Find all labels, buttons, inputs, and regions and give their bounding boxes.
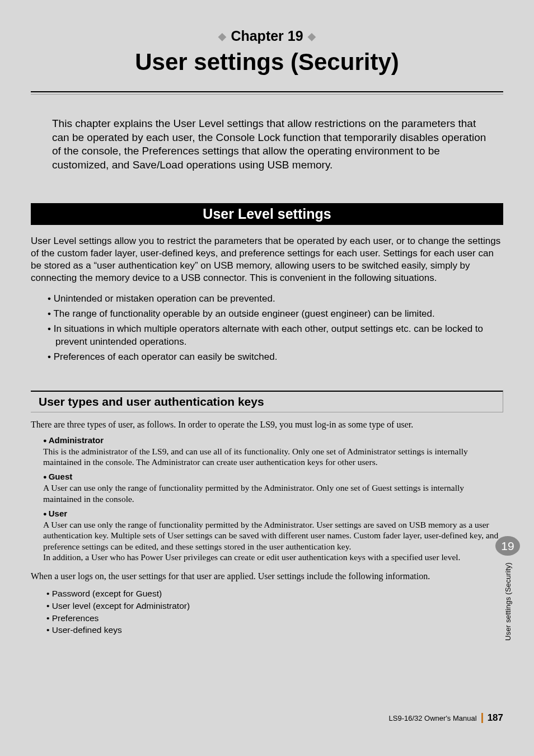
footer-separator bbox=[481, 713, 483, 723]
list-item: Password (except for Guest) bbox=[46, 588, 503, 600]
user-type-name: Administrator bbox=[43, 435, 503, 445]
list-item: The range of functionality operable by a… bbox=[48, 308, 503, 321]
chapter-label-row: ◆ Chapter 19 ◆ bbox=[218, 28, 315, 44]
page-number: 187 bbox=[488, 712, 503, 724]
chapter-header: ◆ Chapter 19 ◆ User settings (Security) bbox=[31, 28, 503, 76]
section-intro: User Level settings allow you to restric… bbox=[31, 235, 503, 284]
tab-number: 19 bbox=[495, 536, 520, 556]
chapter-label: Chapter 19 bbox=[231, 28, 303, 44]
user-type-admin: Administrator This is the administrator … bbox=[43, 435, 503, 468]
list-item: User-defined keys bbox=[46, 624, 503, 636]
footer-manual: LS9-16/32 Owner's Manual bbox=[389, 714, 477, 722]
subsection-bullets: Password (except for Guest) User level (… bbox=[46, 588, 503, 636]
diamond-icon: ◆ bbox=[308, 31, 316, 41]
user-type-desc: This is the administrator of the LS9, an… bbox=[43, 446, 503, 468]
list-item: Preferences bbox=[46, 612, 503, 624]
user-type-user: User A User can use only the range of fu… bbox=[43, 509, 503, 563]
divider-line bbox=[31, 91, 503, 95]
subsection-intro: There are three types of user, as follow… bbox=[31, 419, 503, 431]
user-type-name: Guest bbox=[43, 472, 503, 481]
chapter-title: User settings (Security) bbox=[31, 49, 503, 76]
user-type-guest: Guest A User can use only the range of f… bbox=[43, 472, 503, 504]
user-type-name: User bbox=[43, 509, 503, 518]
side-tab: 19 User settings (Security) bbox=[495, 536, 520, 641]
user-type-desc: A User can use only the range of functio… bbox=[43, 519, 503, 563]
list-item: In situations in which multiple operator… bbox=[48, 323, 503, 349]
list-item: Unintended or mistaken operation can be … bbox=[48, 293, 503, 306]
tab-text: User settings (Security) bbox=[504, 562, 512, 641]
diamond-icon: ◆ bbox=[218, 31, 226, 41]
list-item: Preferences of each operator can easily … bbox=[48, 351, 503, 364]
user-type-desc: A User can use only the range of functio… bbox=[43, 482, 503, 504]
section-bullets: Unintended or mistaken operation can be … bbox=[48, 293, 503, 364]
intro-paragraph: This chapter explains the User Level set… bbox=[52, 117, 486, 172]
list-item: User level (except for Administrator) bbox=[46, 600, 503, 612]
page-footer: LS9-16/32 Owner's Manual 187 bbox=[389, 712, 504, 724]
subsection-after: When a user logs on, the user settings f… bbox=[31, 571, 503, 583]
subsection-heading: User types and user authentication keys bbox=[31, 391, 503, 412]
section-heading: User Level settings bbox=[31, 203, 503, 225]
